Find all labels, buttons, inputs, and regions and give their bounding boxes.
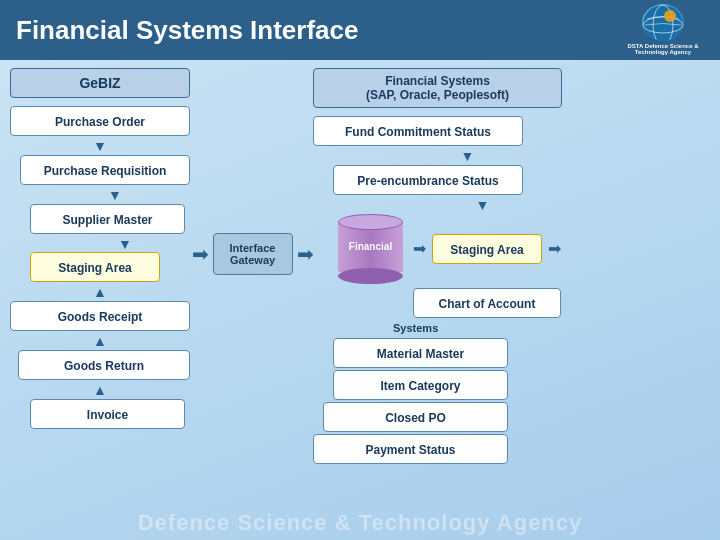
gateway-line2: Gateway [230,254,275,266]
staging-area-left-box: Staging Area [30,252,160,282]
closed-po-row: Closed PO [323,402,562,432]
supplier-master-label: Supplier Master [62,213,152,227]
closed-po-label: Closed PO [385,411,446,425]
arrow-down-right-1: ▼ [373,148,562,165]
closed-po-box: Closed PO [323,402,508,432]
gateway-row: ➡ Interface Gateway ➡ [192,233,314,275]
chart-of-account-label: Chart of Account [439,297,536,311]
arrow-down-2: ▼ [40,187,190,204]
logo-area: DSTA Defence Science & Technology Agency [618,4,708,56]
fund-commitment-box: Fund Commitment Status [313,116,523,146]
arrow-right-icon: ➡ [413,239,426,258]
item-category-row: Item Category [333,370,562,400]
material-master-label: Material Master [377,347,464,361]
chart-row: Chart of Account [413,288,562,318]
invoice-label: Invoice [87,408,128,422]
supplier-master-box: Supplier Master [30,204,185,234]
purchase-req-box: Purchase Requisition [20,155,190,185]
svg-point-0 [643,5,683,41]
gateway-label: Interface Gateway [220,242,286,266]
payment-status-box: Payment Status [313,434,508,464]
fund-commitment-label: Fund Commitment Status [345,125,491,139]
arrow-right-2-icon: ➡ [548,239,561,258]
header-title: Financial Systems Interface [16,15,358,46]
financial-title-line1: Financial Systems [385,74,490,88]
financial-cylinder-row: Financial ➡ Staging Area ➡ [313,214,562,284]
arrow-down-3: ▼ [60,236,190,253]
page: Financial Systems Interface DSTA Defence… [0,0,720,540]
item-category-label: Item Category [380,379,460,393]
header: Financial Systems Interface DSTA Defence… [0,0,720,60]
purchase-order-box: Purchase Order [10,106,190,136]
invoice-box: Invoice [30,399,185,429]
arrow-up-3: ▲ [10,382,190,399]
purchase-req-label: Purchase Requisition [44,164,167,178]
staging-area-left-label: Staging Area [58,261,132,275]
financial-title: Financial Systems (SAP, Oracle, Peopleso… [313,68,562,108]
item-category-box: Item Category [333,370,508,400]
logo-text: DSTA Defence Science & Technology Agency [618,43,708,56]
material-master-row: Material Master [333,338,562,368]
staging-area-right-box: Staging Area [432,234,542,264]
payment-status-row: Payment Status [313,434,562,464]
goods-receipt-label: Goods Receipt [58,310,143,324]
chart-of-account-box: Chart of Account [413,288,561,318]
cylinder-container: Financial [338,214,403,284]
systems-label: Systems [393,322,562,334]
gateway-panel: ➡ Interface Gateway ➡ [200,68,305,540]
cylinder-bottom [338,268,403,284]
arrow-up-2: ▲ [10,333,190,350]
staging-area-right-label: Staging Area [450,243,524,257]
goods-receipt-box: Goods Receipt [10,301,190,331]
gebiz-panel: GeBIZ Purchase Order ▼ Purchase Requisit… [0,68,200,540]
financial-title-line2: (SAP, Oracle, Peoplesoft) [366,88,509,102]
svg-point-3 [664,10,676,22]
main-layout: GeBIZ Purchase Order ▼ Purchase Requisit… [0,60,720,540]
cylinder-label: Financial [349,241,392,252]
purchase-order-label: Purchase Order [55,115,145,129]
pre-encumbrance-box: Pre-encumbrance Status [333,165,523,195]
material-master-box: Material Master [333,338,508,368]
logo-svg [642,4,684,41]
gebiz-label: GeBIZ [79,75,120,91]
arrow-down-right-2: ▼ [403,197,562,214]
goods-return-box: Goods Return [18,350,190,380]
dsta-logo [642,4,684,41]
pre-encumbrance-label: Pre-encumbrance Status [357,174,498,188]
arrow-up-1: ▲ [10,284,190,301]
cylinder-top [338,214,403,230]
goods-return-label: Goods Return [64,359,144,373]
payment-status-label: Payment Status [365,443,455,457]
gebiz-title: GeBIZ [10,68,190,98]
financial-title-text: Financial Systems (SAP, Oracle, Peopleso… [322,74,553,102]
gateway-line1: Interface [230,242,276,254]
arrow-down-1: ▼ [10,138,190,155]
financial-panel: Financial Systems (SAP, Oracle, Peopleso… [305,68,570,540]
left-arrow-icon: ➡ [192,242,209,266]
gateway-box: Interface Gateway [213,233,293,275]
